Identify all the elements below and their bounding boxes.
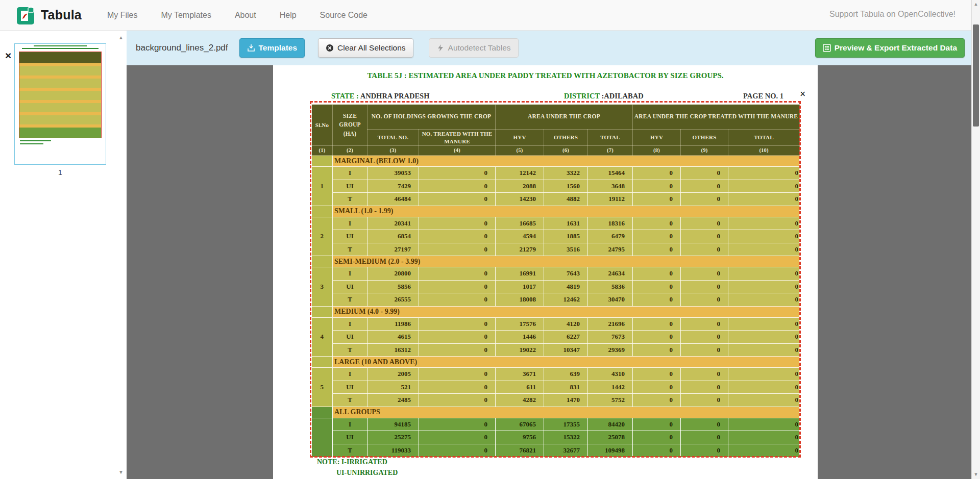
size-group-band-row: MEDIUM (4.0 - 9.99) xyxy=(312,306,800,317)
value-cell: 0 xyxy=(681,394,728,407)
nav-links: My Files My Templates About Help Source … xyxy=(107,11,368,20)
slno-spacer-cell xyxy=(312,407,333,418)
sidebar-scroll-down-icon[interactable]: ▼ xyxy=(118,469,124,475)
value-cell: 4594 xyxy=(496,230,544,243)
remove-selection-icon[interactable]: × xyxy=(800,89,805,99)
value-cell: 7673 xyxy=(588,331,633,344)
value-cell: 24634 xyxy=(588,267,633,281)
slno-spacer-cell xyxy=(312,256,333,267)
table-row: T163120190221034729369000 xyxy=(312,343,800,357)
window-scrollbar[interactable]: ▲ ▼ xyxy=(971,0,980,479)
value-cell: 0 xyxy=(633,331,681,344)
value-cell: 24795 xyxy=(588,243,633,256)
clear-all-selections-button[interactable]: Clear All Selections xyxy=(318,38,413,58)
value-cell: 0 xyxy=(419,293,496,307)
value-cell: 67065 xyxy=(496,418,544,431)
table-subheader-row: TOTAL NO.NO. TREATED WITH THE MANUREHYVO… xyxy=(312,130,800,146)
row-label-cell: UI xyxy=(333,230,368,243)
value-cell: 0 xyxy=(681,180,728,193)
row-label-cell: T xyxy=(333,193,368,206)
row-label-cell: UI xyxy=(333,431,368,444)
nav-item-source-code[interactable]: Source Code xyxy=(320,11,368,20)
row-label-cell: I xyxy=(333,418,368,431)
slno-spacer-cell xyxy=(312,357,333,368)
value-cell: 0 xyxy=(728,293,800,307)
value-cell: 0 xyxy=(681,193,728,206)
size-group-band-label: MEDIUM (4.0 - 9.99) xyxy=(333,306,800,317)
column-number: (8) xyxy=(633,146,681,156)
pdf-data-table: Sl.No SIZE GROUP (HA) NO. OF HOLDINGS GR… xyxy=(311,104,800,457)
preview-export-button[interactable]: Preview & Export Extracted Data xyxy=(815,38,965,58)
pdf-page[interactable]: TABLE 5J : ESTIMATED AREA UNDER PADDY TR… xyxy=(273,65,818,479)
row-label-cell: T xyxy=(333,444,368,457)
thumbnail-note-line xyxy=(20,143,43,144)
value-cell: 9756 xyxy=(496,431,544,444)
document-area: TABLE 5J : ESTIMATED AREA UNDER PADDY TR… xyxy=(127,65,971,479)
value-cell: 0 xyxy=(728,394,800,407)
templates-button-label: Templates xyxy=(259,43,298,53)
nav-item-my-files[interactable]: My Files xyxy=(107,11,138,20)
value-cell: 0 xyxy=(419,368,496,381)
value-cell: 5856 xyxy=(368,280,419,293)
scrollbar-up-icon[interactable]: ▲ xyxy=(972,0,980,9)
table-row: UI52106118311442000 xyxy=(312,381,800,394)
page-number-heading: PAGE NO. 1 xyxy=(743,92,783,100)
value-cell: 15464 xyxy=(588,167,633,180)
value-cell: 0 xyxy=(633,431,681,444)
value-cell: 0 xyxy=(419,418,496,431)
value-cell: 17355 xyxy=(544,418,588,431)
nav-item-help[interactable]: Help xyxy=(280,11,297,20)
table-row: 4I11986017576412021696000 xyxy=(312,317,800,331)
page-thumbnail[interactable] xyxy=(14,43,106,165)
column-subheader: OTHERS xyxy=(544,130,588,146)
slno-cell: 3 xyxy=(312,267,333,307)
value-cell: 0 xyxy=(728,331,800,344)
note-line-2: UI-UNIRRIGATED xyxy=(336,469,398,477)
value-cell: 0 xyxy=(633,394,681,407)
nav-item-my-templates[interactable]: My Templates xyxy=(161,11,211,20)
value-cell: 0 xyxy=(681,431,728,444)
column-header: SIZE GROUP (HA) xyxy=(333,105,368,146)
size-group-band-row: SEMI-MEDIUM (2.0 - 3.99) xyxy=(312,256,800,267)
value-cell: 0 xyxy=(728,267,800,281)
state-value: ANDHRA PRADESH xyxy=(359,92,430,100)
value-cell: 0 xyxy=(633,193,681,206)
row-label-cell: I xyxy=(333,267,368,281)
value-cell: 3516 xyxy=(544,243,588,256)
table-header-row: Sl.No SIZE GROUP (HA) NO. OF HOLDINGS GR… xyxy=(312,105,800,130)
value-cell: 25078 xyxy=(588,431,633,444)
remove-file-icon[interactable]: × xyxy=(5,50,11,61)
value-cell: 39053 xyxy=(368,167,419,180)
value-cell: 4282 xyxy=(496,394,544,407)
value-cell: 6854 xyxy=(368,230,419,243)
value-cell: 0 xyxy=(633,180,681,193)
support-link[interactable]: Support Tabula on OpenCollective! xyxy=(829,10,955,19)
templates-button[interactable]: Templates xyxy=(239,38,305,58)
value-cell: 0 xyxy=(728,243,800,256)
column-subheader: TOTAL xyxy=(588,130,633,146)
sidebar-scroll-up-icon[interactable]: ▲ xyxy=(118,35,124,40)
value-cell: 1017 xyxy=(496,280,544,293)
table-row: T11903307682132677109498000 xyxy=(312,444,800,457)
value-cell: 26555 xyxy=(368,293,419,307)
value-cell: 11986 xyxy=(368,317,419,331)
table-row: T27197021279351624795000 xyxy=(312,243,800,256)
scrollbar-down-icon[interactable]: ▼ xyxy=(972,470,980,479)
size-group-band-label: LARGE (10 AND ABOVE) xyxy=(333,357,800,368)
scrollbar-thumb[interactable] xyxy=(973,24,979,127)
size-group-band-label: SMALL (1.0 - 1.99) xyxy=(333,206,800,217)
table-row: 2I20341016685163118316000 xyxy=(312,217,800,230)
column-number: (10) xyxy=(728,146,800,156)
slno-spacer-cell xyxy=(312,306,333,317)
table-row: UI58560101748195836000 xyxy=(312,280,800,293)
thumbnail-table-preview xyxy=(19,52,102,138)
value-cell: 7643 xyxy=(544,267,588,281)
row-label-cell: T xyxy=(333,343,368,357)
value-cell: 0 xyxy=(728,180,800,193)
value-cell: 0 xyxy=(728,230,800,243)
nav-item-about[interactable]: About xyxy=(235,11,256,20)
value-cell: 0 xyxy=(419,243,496,256)
value-cell: 0 xyxy=(633,280,681,293)
value-cell: 0 xyxy=(419,280,496,293)
value-cell: 4310 xyxy=(588,368,633,381)
